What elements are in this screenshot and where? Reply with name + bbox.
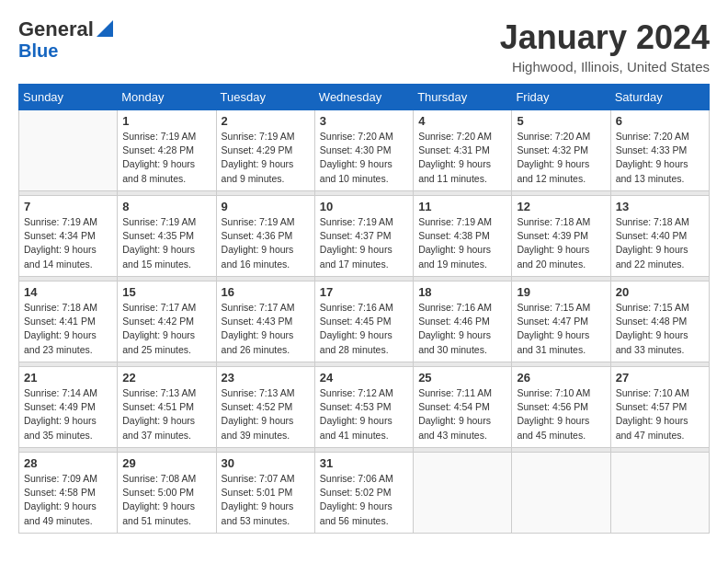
day-info: Sunrise: 7:16 AMSunset: 4:45 PMDaylight:… <box>320 301 408 357</box>
day-number: 17 <box>320 285 408 299</box>
calendar-week-row: 28Sunrise: 7:09 AMSunset: 4:58 PMDayligh… <box>19 453 710 534</box>
calendar-cell: 23Sunrise: 7:13 AMSunset: 4:52 PMDayligh… <box>216 367 314 448</box>
weekday-header-saturday: Saturday <box>610 85 709 110</box>
calendar-cell: 28Sunrise: 7:09 AMSunset: 4:58 PMDayligh… <box>19 453 118 534</box>
calendar-cell: 16Sunrise: 7:17 AMSunset: 4:43 PMDayligh… <box>216 282 314 362</box>
day-number: 1 <box>122 114 210 128</box>
calendar-cell: 11Sunrise: 7:19 AMSunset: 4:38 PMDayligh… <box>414 196 512 277</box>
day-number: 28 <box>24 456 112 470</box>
weekday-header-tuesday: Tuesday <box>216 85 314 110</box>
day-number: 16 <box>222 285 310 299</box>
day-info: Sunrise: 7:15 AMSunset: 4:48 PMDaylight:… <box>616 301 704 357</box>
day-info: Sunrise: 7:11 AMSunset: 4:54 PMDaylight:… <box>418 386 506 442</box>
day-number: 23 <box>222 371 310 385</box>
day-info: Sunrise: 7:20 AMSunset: 4:33 PMDaylight:… <box>616 130 704 186</box>
day-number: 10 <box>320 200 408 213</box>
day-info: Sunrise: 7:17 AMSunset: 4:43 PMDaylight:… <box>222 301 310 357</box>
weekday-header-friday: Friday <box>512 85 610 110</box>
calendar-cell: 24Sunrise: 7:12 AMSunset: 4:53 PMDayligh… <box>314 367 413 448</box>
day-number: 31 <box>320 456 408 470</box>
calendar-cell: 22Sunrise: 7:13 AMSunset: 4:51 PMDayligh… <box>118 367 216 448</box>
day-info: Sunrise: 7:13 AMSunset: 4:52 PMDaylight:… <box>222 386 310 442</box>
day-number: 6 <box>616 114 704 128</box>
calendar-week-row: 14Sunrise: 7:18 AMSunset: 4:41 PMDayligh… <box>19 282 710 362</box>
logo-arrow-icon <box>97 20 113 37</box>
calendar-cell <box>19 110 118 191</box>
calendar-cell: 29Sunrise: 7:08 AMSunset: 5:00 PMDayligh… <box>118 453 216 534</box>
day-number: 29 <box>122 456 210 470</box>
day-number: 11 <box>418 200 506 213</box>
day-info: Sunrise: 7:06 AMSunset: 5:02 PMDaylight:… <box>320 472 408 528</box>
title-block: January 2024 Highwood, Illinois, United … <box>500 18 710 75</box>
day-info: Sunrise: 7:19 AMSunset: 4:36 PMDaylight:… <box>222 215 310 271</box>
day-info: Sunrise: 7:19 AMSunset: 4:34 PMDaylight:… <box>24 215 112 271</box>
calendar-cell: 14Sunrise: 7:18 AMSunset: 4:41 PMDayligh… <box>19 282 118 362</box>
location-subtitle: Highwood, Illinois, United States <box>500 59 710 75</box>
day-number: 19 <box>517 285 605 299</box>
day-number: 15 <box>122 285 210 299</box>
day-info: Sunrise: 7:19 AMSunset: 4:28 PMDaylight:… <box>122 130 210 186</box>
calendar-cell: 9Sunrise: 7:19 AMSunset: 4:36 PMDaylight… <box>216 196 314 277</box>
day-info: Sunrise: 7:20 AMSunset: 4:31 PMDaylight:… <box>418 130 506 186</box>
calendar-cell: 30Sunrise: 7:07 AMSunset: 5:01 PMDayligh… <box>216 453 314 534</box>
calendar-cell: 7Sunrise: 7:19 AMSunset: 4:34 PMDaylight… <box>19 196 118 277</box>
calendar-cell: 27Sunrise: 7:10 AMSunset: 4:57 PMDayligh… <box>610 367 709 448</box>
day-number: 30 <box>222 456 310 470</box>
day-info: Sunrise: 7:09 AMSunset: 4:58 PMDaylight:… <box>24 472 112 528</box>
calendar-cell: 19Sunrise: 7:15 AMSunset: 4:47 PMDayligh… <box>512 282 610 362</box>
calendar-cell: 8Sunrise: 7:19 AMSunset: 4:35 PMDaylight… <box>118 196 216 277</box>
day-number: 18 <box>418 285 506 299</box>
day-info: Sunrise: 7:20 AMSunset: 4:30 PMDaylight:… <box>320 130 408 186</box>
calendar-cell: 1Sunrise: 7:19 AMSunset: 4:28 PMDaylight… <box>118 110 216 191</box>
day-info: Sunrise: 7:19 AMSunset: 4:37 PMDaylight:… <box>320 215 408 271</box>
day-number: 25 <box>418 371 506 385</box>
day-number: 27 <box>616 371 704 385</box>
calendar-cell: 25Sunrise: 7:11 AMSunset: 4:54 PMDayligh… <box>414 367 512 448</box>
calendar-cell <box>414 453 512 534</box>
calendar-cell: 21Sunrise: 7:14 AMSunset: 4:49 PMDayligh… <box>19 367 118 448</box>
calendar-cell: 13Sunrise: 7:18 AMSunset: 4:40 PMDayligh… <box>610 196 709 277</box>
calendar-cell: 31Sunrise: 7:06 AMSunset: 5:02 PMDayligh… <box>314 453 413 534</box>
calendar-cell: 26Sunrise: 7:10 AMSunset: 4:56 PMDayligh… <box>512 367 610 448</box>
day-number: 5 <box>517 114 605 128</box>
weekday-header-thursday: Thursday <box>414 85 512 110</box>
calendar-cell: 17Sunrise: 7:16 AMSunset: 4:45 PMDayligh… <box>314 282 413 362</box>
calendar-cell <box>610 453 709 534</box>
day-number: 20 <box>616 285 704 299</box>
day-number: 8 <box>122 200 210 213</box>
day-info: Sunrise: 7:13 AMSunset: 4:51 PMDaylight:… <box>122 386 210 442</box>
weekday-header-row: SundayMondayTuesdayWednesdayThursdayFrid… <box>19 85 710 110</box>
day-info: Sunrise: 7:18 AMSunset: 4:39 PMDaylight:… <box>517 215 605 271</box>
day-number: 14 <box>24 285 112 299</box>
day-number: 4 <box>418 114 506 128</box>
calendar-cell: 15Sunrise: 7:17 AMSunset: 4:42 PMDayligh… <box>118 282 216 362</box>
day-info: Sunrise: 7:17 AMSunset: 4:42 PMDaylight:… <box>122 301 210 357</box>
calendar-cell: 20Sunrise: 7:15 AMSunset: 4:48 PMDayligh… <box>610 282 709 362</box>
day-info: Sunrise: 7:19 AMSunset: 4:38 PMDaylight:… <box>418 215 506 271</box>
calendar-week-row: 21Sunrise: 7:14 AMSunset: 4:49 PMDayligh… <box>19 367 710 448</box>
calendar-cell: 3Sunrise: 7:20 AMSunset: 4:30 PMDaylight… <box>314 110 413 191</box>
day-info: Sunrise: 7:14 AMSunset: 4:49 PMDaylight:… <box>24 386 112 442</box>
day-info: Sunrise: 7:12 AMSunset: 4:53 PMDaylight:… <box>320 386 408 442</box>
day-info: Sunrise: 7:08 AMSunset: 5:00 PMDaylight:… <box>122 472 210 528</box>
day-info: Sunrise: 7:15 AMSunset: 4:47 PMDaylight:… <box>517 301 605 357</box>
day-info: Sunrise: 7:18 AMSunset: 4:41 PMDaylight:… <box>24 301 112 357</box>
day-number: 3 <box>320 114 408 128</box>
calendar-cell: 10Sunrise: 7:19 AMSunset: 4:37 PMDayligh… <box>314 196 413 277</box>
day-number: 9 <box>222 200 310 213</box>
day-info: Sunrise: 7:07 AMSunset: 5:01 PMDaylight:… <box>222 472 310 528</box>
calendar-cell: 5Sunrise: 7:20 AMSunset: 4:32 PMDaylight… <box>512 110 610 191</box>
calendar-cell: 2Sunrise: 7:19 AMSunset: 4:29 PMDaylight… <box>216 110 314 191</box>
logo: General Blue <box>18 18 113 61</box>
day-info: Sunrise: 7:19 AMSunset: 4:35 PMDaylight:… <box>122 215 210 271</box>
weekday-header-wednesday: Wednesday <box>314 85 413 110</box>
calendar-cell <box>512 453 610 534</box>
day-number: 26 <box>517 371 605 385</box>
calendar-cell: 18Sunrise: 7:16 AMSunset: 4:46 PMDayligh… <box>414 282 512 362</box>
day-info: Sunrise: 7:10 AMSunset: 4:56 PMDaylight:… <box>517 386 605 442</box>
svg-marker-0 <box>97 20 113 37</box>
weekday-header-sunday: Sunday <box>19 85 118 110</box>
day-number: 21 <box>24 371 112 385</box>
month-title: January 2024 <box>500 18 710 57</box>
day-number: 24 <box>320 371 408 385</box>
